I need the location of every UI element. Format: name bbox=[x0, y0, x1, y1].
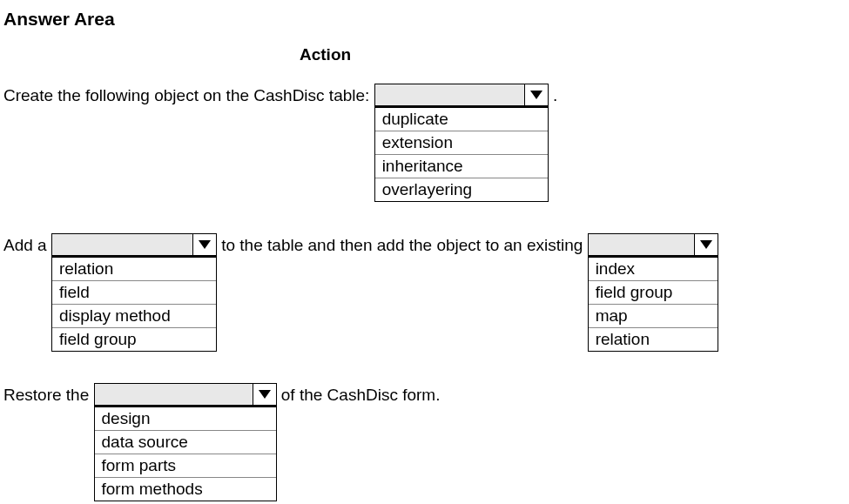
row3-text-after: of the CashDisc form. bbox=[277, 383, 441, 407]
dropdown-toggle-button[interactable] bbox=[524, 84, 548, 105]
dropdown-option[interactable]: map bbox=[589, 305, 718, 328]
dropdown-restore-target[interactable]: design data source form parts form metho… bbox=[94, 383, 277, 501]
row2-text-mid: to the table and then add the object to … bbox=[217, 233, 588, 258]
dropdown-header[interactable] bbox=[588, 233, 718, 256]
page-title: Answer Area bbox=[3, 9, 846, 30]
svg-marker-2 bbox=[700, 240, 712, 249]
dropdown-option[interactable]: form methods bbox=[95, 478, 276, 501]
dropdown-option[interactable]: design bbox=[95, 407, 276, 431]
dropdown-selected-value bbox=[589, 234, 694, 255]
dropdown-option[interactable]: data source bbox=[95, 431, 276, 454]
svg-marker-3 bbox=[259, 390, 271, 399]
dropdown-option[interactable]: field group bbox=[589, 281, 718, 305]
dropdown-option[interactable]: index bbox=[589, 258, 718, 281]
row3-text-before: Restore the bbox=[3, 383, 94, 407]
dropdown-header[interactable] bbox=[374, 84, 549, 106]
dropdown-object-type[interactable]: duplicate extension inheritance overlaye… bbox=[374, 84, 549, 202]
dropdown-add-item[interactable]: relation field display method field grou… bbox=[51, 233, 217, 352]
dropdown-option[interactable]: relation bbox=[52, 258, 216, 281]
row2-text-before: Add a bbox=[3, 233, 51, 258]
question-row-2: Add a relation field display method fiel… bbox=[3, 233, 846, 352]
chevron-down-icon bbox=[530, 91, 542, 99]
action-column-header: Action bbox=[300, 45, 846, 64]
question-row-3: Restore the design data source form part… bbox=[3, 383, 846, 501]
dropdown-options-list: index field group map relation bbox=[588, 256, 718, 352]
dropdown-options-list: duplicate extension inheritance overlaye… bbox=[374, 106, 549, 202]
dropdown-option[interactable]: extension bbox=[375, 131, 548, 155]
dropdown-selected-value bbox=[375, 84, 524, 105]
dropdown-header[interactable] bbox=[94, 383, 277, 406]
row1-text-after: . bbox=[549, 84, 558, 108]
dropdown-header[interactable] bbox=[51, 233, 217, 256]
dropdown-option[interactable]: display method bbox=[52, 305, 216, 328]
dropdown-option[interactable]: duplicate bbox=[375, 108, 548, 131]
svg-marker-1 bbox=[199, 240, 211, 249]
chevron-down-icon bbox=[700, 240, 712, 249]
dropdown-option[interactable]: form parts bbox=[95, 454, 276, 478]
dropdown-option[interactable]: relation bbox=[589, 328, 718, 351]
chevron-down-icon bbox=[199, 240, 211, 249]
dropdown-options-list: relation field display method field grou… bbox=[51, 256, 217, 352]
dropdown-toggle-button[interactable] bbox=[192, 234, 216, 255]
dropdown-option[interactable]: field bbox=[52, 281, 216, 305]
dropdown-option[interactable]: overlayering bbox=[375, 178, 548, 201]
question-row-1: Create the following object on the CashD… bbox=[3, 84, 846, 202]
dropdown-option[interactable]: inheritance bbox=[375, 155, 548, 178]
dropdown-toggle-button[interactable] bbox=[253, 384, 276, 405]
dropdown-selected-value bbox=[95, 384, 253, 405]
chevron-down-icon bbox=[259, 390, 271, 399]
dropdown-toggle-button[interactable] bbox=[694, 234, 718, 255]
dropdown-existing-target[interactable]: index field group map relation bbox=[588, 233, 718, 352]
row1-text-before: Create the following object on the CashD… bbox=[3, 84, 374, 108]
dropdown-options-list: design data source form parts form metho… bbox=[94, 406, 277, 501]
svg-marker-0 bbox=[530, 91, 542, 99]
dropdown-option[interactable]: field group bbox=[52, 328, 216, 351]
dropdown-selected-value bbox=[52, 234, 192, 255]
